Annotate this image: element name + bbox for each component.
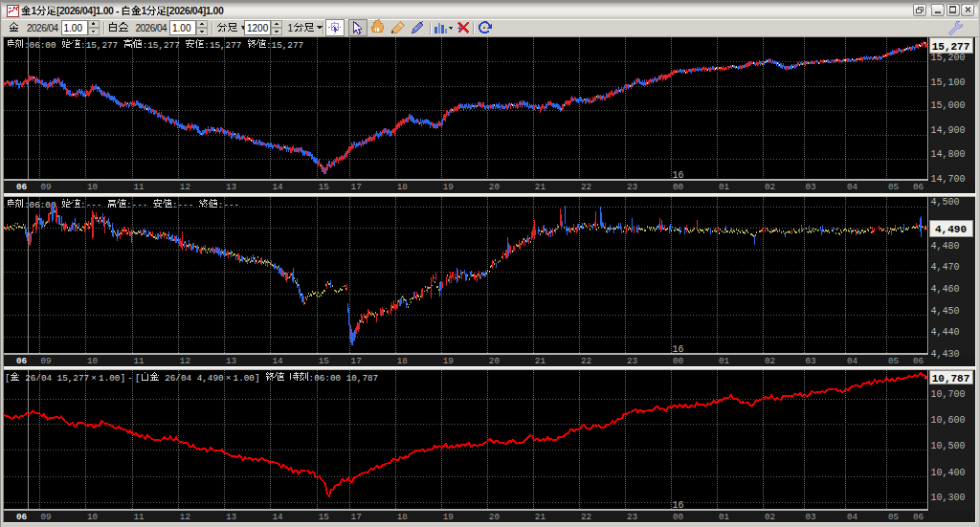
svg-text:[2026/04]1.00 -: [2026/04]1.00 - xyxy=(56,5,120,16)
svg-text:19: 19 xyxy=(443,356,454,366)
svg-text::---: :--- xyxy=(218,200,239,210)
svg-text:03: 03 xyxy=(806,512,816,522)
svg-text:17: 17 xyxy=(351,356,362,366)
svg-text:12: 12 xyxy=(180,512,190,522)
svg-text:01: 01 xyxy=(719,182,730,192)
svg-text::15,277: :15,277 xyxy=(266,40,303,51)
svg-text:10: 10 xyxy=(87,356,98,366)
svg-text:09: 09 xyxy=(41,512,52,522)
svg-text:03: 03 xyxy=(806,356,816,366)
svg-text:11: 11 xyxy=(134,182,145,192)
svg-text:1: 1 xyxy=(32,5,37,16)
svg-text:12: 12 xyxy=(180,182,190,192)
svg-text:05: 05 xyxy=(888,512,899,522)
svg-text:1.00]: 1.00] xyxy=(234,373,260,384)
svg-text:4,490: 4,490 xyxy=(197,373,224,384)
svg-text:17: 17 xyxy=(351,512,362,522)
svg-text:16: 16 xyxy=(673,344,684,355)
svg-text:02: 02 xyxy=(765,182,775,192)
svg-text:1200: 1200 xyxy=(247,23,269,33)
svg-text:[: [ xyxy=(5,373,11,384)
svg-text:11: 11 xyxy=(134,356,145,366)
svg-text:10,700: 10,700 xyxy=(931,389,966,400)
svg-text:10,600: 10,600 xyxy=(931,415,966,426)
svg-text:2026/04: 2026/04 xyxy=(27,23,59,33)
svg-text:04: 04 xyxy=(847,356,858,366)
svg-text:4,470: 4,470 xyxy=(931,262,960,273)
svg-text:18: 18 xyxy=(397,356,408,366)
svg-text:15: 15 xyxy=(319,356,329,366)
svg-text:1: 1 xyxy=(141,5,146,16)
svg-text:23: 23 xyxy=(627,512,637,522)
svg-text:×: × xyxy=(226,373,232,384)
svg-text:22: 22 xyxy=(581,182,591,192)
svg-text::15,277: :15,277 xyxy=(143,40,180,51)
svg-text:23: 23 xyxy=(627,182,637,192)
svg-text::15,277: :15,277 xyxy=(80,40,118,51)
svg-text:10,787: 10,787 xyxy=(932,373,970,384)
svg-text:14,900: 14,900 xyxy=(931,125,966,136)
svg-text:05: 05 xyxy=(888,356,899,366)
svg-text:20: 20 xyxy=(489,512,500,522)
svg-text:26/04: 26/04 xyxy=(25,373,52,384)
svg-text:06: 06 xyxy=(16,356,28,366)
svg-text:03: 03 xyxy=(806,182,816,192)
svg-text:02: 02 xyxy=(765,356,775,366)
svg-text:09: 09 xyxy=(41,182,52,192)
svg-text:15,277: 15,277 xyxy=(932,41,970,53)
svg-text:×: × xyxy=(91,373,97,384)
svg-text:15,000: 15,000 xyxy=(931,100,966,111)
svg-text:06: 06 xyxy=(913,356,924,366)
svg-text:04: 04 xyxy=(847,512,858,522)
svg-text:1.00]: 1.00] xyxy=(99,373,125,384)
svg-text:14: 14 xyxy=(272,182,283,192)
svg-text:-: - xyxy=(127,373,133,384)
svg-text:14,800: 14,800 xyxy=(931,149,966,160)
svg-text:01: 01 xyxy=(719,512,730,522)
svg-text:06: 06 xyxy=(16,182,28,192)
svg-text:02: 02 xyxy=(765,512,775,522)
svg-text:10,500: 10,500 xyxy=(931,441,966,451)
svg-text:10: 10 xyxy=(87,512,98,522)
svg-text:23: 23 xyxy=(627,356,637,366)
svg-text:11: 11 xyxy=(134,512,145,522)
svg-text:1.00: 1.00 xyxy=(172,23,191,33)
svg-text:04: 04 xyxy=(847,182,858,192)
svg-text::---: :--- xyxy=(172,200,193,210)
svg-text:4,430: 4,430 xyxy=(931,349,960,360)
svg-text:4,480: 4,480 xyxy=(931,241,960,252)
svg-text:06: 06 xyxy=(913,182,924,192)
svg-text:21: 21 xyxy=(535,356,546,366)
svg-text::---: :--- xyxy=(80,200,101,210)
svg-text:05: 05 xyxy=(888,182,899,192)
svg-text:13: 13 xyxy=(226,512,236,522)
svg-text::06:00: :06:00 xyxy=(309,373,341,384)
svg-text:18: 18 xyxy=(397,512,408,522)
svg-text:21: 21 xyxy=(535,512,546,522)
svg-text:4,500: 4,500 xyxy=(931,197,960,208)
svg-text:14: 14 xyxy=(272,356,283,366)
svg-text:[2026/04]1.00: [2026/04]1.00 xyxy=(167,5,224,16)
svg-text:15: 15 xyxy=(319,182,329,192)
svg-text:10,787: 10,787 xyxy=(346,373,378,384)
svg-text:17: 17 xyxy=(351,182,362,192)
svg-text:14,700: 14,700 xyxy=(931,174,966,185)
svg-text:06: 06 xyxy=(913,512,924,522)
svg-text:00: 00 xyxy=(673,356,683,366)
svg-text:12: 12 xyxy=(180,356,190,366)
svg-text:22: 22 xyxy=(581,356,591,366)
svg-text:10,300: 10,300 xyxy=(931,493,966,503)
svg-text:[: [ xyxy=(135,373,141,384)
svg-text:09: 09 xyxy=(41,356,52,366)
svg-text:4,460: 4,460 xyxy=(931,284,960,295)
svg-text:16: 16 xyxy=(673,500,684,511)
svg-text:10,400: 10,400 xyxy=(931,468,966,478)
svg-text:4,490: 4,490 xyxy=(935,224,967,235)
svg-text:20: 20 xyxy=(489,182,500,192)
svg-text:22: 22 xyxy=(581,512,591,522)
svg-text:1.00: 1.00 xyxy=(64,23,83,33)
svg-text:4,440: 4,440 xyxy=(931,327,960,338)
svg-text:10: 10 xyxy=(87,182,98,192)
svg-text:15: 15 xyxy=(319,512,329,522)
svg-text:00: 00 xyxy=(673,512,683,522)
